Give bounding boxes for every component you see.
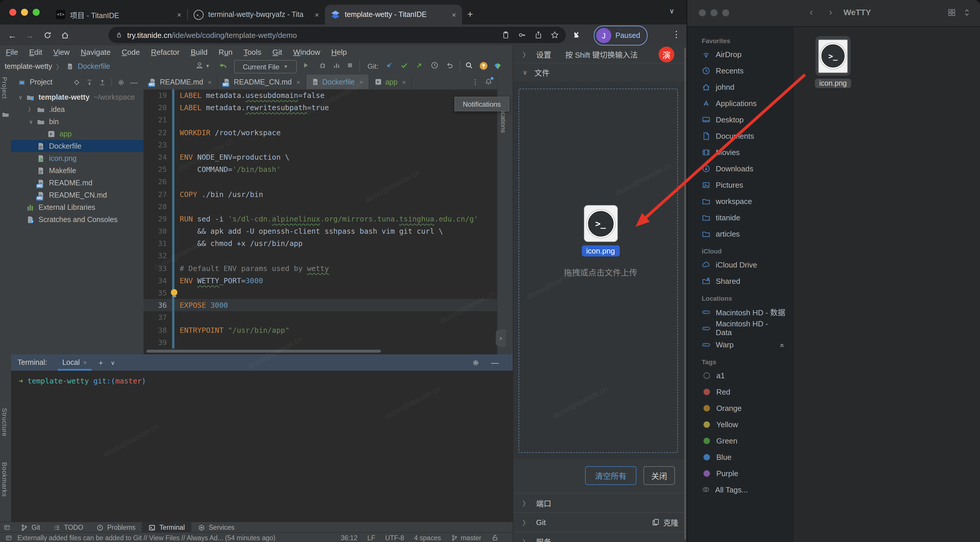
forward-icon[interactable]: → [21,30,38,40]
intention-bulb-icon[interactable] [171,289,177,295]
browser-tab-3[interactable]: template-wetty - TitanIDE× [325,5,462,24]
project-item-dockerfile[interactable]: Dockerfile [11,140,143,152]
traffic-zoom-button[interactable] [33,9,40,16]
traffic-minimize-button[interactable] [21,9,28,16]
browser-tab-1[interactable]: <t>项目 - TitanIDE× [50,5,187,24]
user-icon[interactable] [196,61,204,69]
browser-tab-2[interactable]: >_terminal-wetty-bwqryafz - Tita× [188,5,325,24]
editor-hscrollbar[interactable] [146,350,381,353]
tab-close-icon[interactable]: × [315,10,319,19]
sidebar-item-all-tags-[interactable]: All Tags... [687,482,793,498]
sidebar-item-yellow[interactable]: Yellow [687,416,793,433]
debug-button[interactable] [318,61,327,69]
stripe-structure-label[interactable]: Structure [1,408,8,436]
status-message[interactable]: Externally added files can be added to G… [18,534,275,541]
line-number[interactable]: 35 [143,287,172,299]
sidebar-item-green[interactable]: Green [687,433,793,449]
panel-row-端口[interactable]: 〉端口 [513,493,687,512]
line-number[interactable]: 21 [143,114,172,126]
tab-close-icon[interactable]: × [296,78,300,86]
line-number[interactable]: 19 [143,89,172,101]
update-available-icon[interactable] [479,61,488,71]
run-config-select[interactable]: Current File ▼ [234,60,297,73]
sidebar-item-applications[interactable]: Applications [687,95,793,111]
sidebar-item-recents[interactable]: Recents [687,62,793,79]
clipboard-icon[interactable] [502,31,510,39]
uploaded-file-thumbnail[interactable]: >_ [584,205,617,242]
sidebar-item-purple[interactable]: Purple [687,465,793,482]
git-branch[interactable]: master [451,534,481,541]
line-number[interactable]: 25 [143,163,172,176]
line-number[interactable]: 22 [143,126,172,138]
project-item-scratches-and-consoles[interactable]: Scratches and Consoles [11,213,143,225]
tab-close-icon[interactable]: × [177,10,181,19]
panel-row-服务[interactable]: 〉服务 [513,531,687,542]
hide-panel-icon[interactable]: — [130,78,138,87]
editor-tab-readme_cn.md[interactable]: README_CN.md× [218,74,306,89]
sidebar-item-workspace[interactable]: workspace [687,193,793,209]
files-section-row[interactable]: ∨ 文件 [513,63,687,81]
line-number[interactable]: 34 [143,274,172,287]
tool-button-git[interactable]: Git [14,522,46,532]
project-item-readme-cn.md[interactable]: README_CN.md [11,189,143,201]
menu-view[interactable]: View [53,48,70,56]
profile-chip[interactable]: J Paused [594,25,648,46]
tool-button-terminal[interactable]: Terminal [142,522,191,532]
sidebar-item-titanide[interactable]: titanide [687,209,793,225]
project-panel-title[interactable]: Project [30,78,52,86]
line-number[interactable]: 27 [143,188,172,200]
sidebar-item-red[interactable]: Red [687,384,793,400]
menu-git[interactable]: Git [272,48,282,56]
line-ending[interactable]: LF [368,534,375,541]
line-number[interactable]: 28 [143,200,172,212]
sidebar-item-movies[interactable]: Movies [687,144,793,160]
tree-chevron-icon[interactable]: 〉 [27,106,34,113]
sidebar-item-articles[interactable]: articles [687,225,793,242]
history-icon[interactable] [431,61,439,69]
collapse-all-icon[interactable] [99,78,106,86]
expand-all-icon[interactable] [86,78,93,86]
finder-forward-icon[interactable]: › [829,6,832,18]
finder-minimize-button[interactable] [711,10,718,16]
sidebar-item-pictures[interactable]: Pictures [687,177,793,193]
line-number[interactable]: 26 [143,176,172,188]
breadcrumb-project[interactable]: template-wetty [5,62,52,71]
tab-close-icon[interactable]: × [208,78,212,86]
sidebar-item-macintosh-hd-data[interactable]: Macintosh HD - Data [687,320,793,336]
finder-back-icon[interactable]: ‹ [810,6,813,18]
line-number[interactable]: 30 [143,225,172,237]
clone-button[interactable]: 克隆 [652,517,678,528]
panel-expander-button[interactable]: › [496,329,506,347]
menu-tools[interactable]: Tools [243,48,261,56]
menu-window[interactable]: Window [293,48,320,56]
line-number[interactable]: 31 [143,238,172,250]
share-icon[interactable] [535,31,542,39]
menu-code[interactable]: Code [122,48,140,56]
sidebar-item-macintosh-hd-[interactable]: Macintosh HD - 数据 [687,304,793,320]
project-item-.idea[interactable]: 〉.idea [11,103,143,116]
tree-chevron-icon[interactable]: ∨ [27,119,34,124]
browser-menu-icon[interactable]: ⋮ [672,29,681,40]
terminal-tab-local[interactable]: Local × [60,354,89,371]
project-item-external-libraries[interactable]: External Libraries [11,201,143,213]
notifications-bell-icon[interactable] [485,78,492,86]
sidebar-item-desktop[interactable]: Desktop [687,111,793,128]
undo-icon[interactable] [445,61,454,69]
sidebar-item-warp[interactable]: Warp [687,336,793,353]
panel-scrollbar[interactable] [684,48,686,540]
line-number[interactable]: 32 [143,250,172,262]
editor-tab-readme.md[interactable]: README.md× [143,74,218,89]
uploaded-file-name[interactable]: icon.png [582,246,619,257]
project-item-template-wetty[interactable]: ∨template-wetty~/workspace [11,91,143,103]
line-number[interactable]: 39 [143,336,172,349]
terminal-dropdown-icon[interactable]: ∨ [111,359,115,366]
back-icon[interactable]: ← [3,30,21,40]
coverage-button[interactable] [332,61,340,69]
home-icon[interactable] [56,30,73,40]
rollback-icon[interactable] [218,61,228,71]
stripe-bookmarks-label[interactable]: Bookmarks [1,462,8,497]
stop-button[interactable] [346,61,354,69]
password-key-icon[interactable] [518,31,526,39]
editor-tab-dockerfile[interactable]: Dockerfile× [306,74,369,89]
menu-help[interactable]: Help [331,48,347,56]
